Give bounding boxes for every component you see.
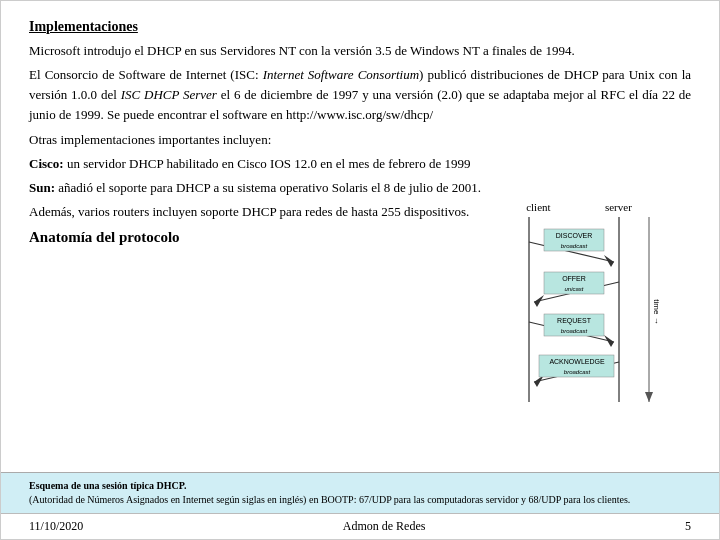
dhcp-diagram-svg: DISCOVER broadcast OFFER unicast REQUEST… [499, 217, 659, 417]
slide-container: Implementaciones Microsoft introdujo el … [0, 0, 720, 540]
svg-marker-3 [604, 255, 614, 267]
footer-center: Admon de Redes [343, 519, 426, 534]
svg-text:time →: time → [652, 299, 659, 324]
footer-note: Esquema de una sesión típica DHCP. (Auto… [29, 479, 691, 507]
svg-text:REQUEST: REQUEST [557, 317, 592, 325]
diagram-area: client server DISCOVER broadcast OFFER u… [499, 201, 659, 417]
p1-text: Microsoft introdujo el DHCP en sus Servi… [29, 43, 575, 58]
server-label: server [605, 201, 632, 213]
paragraph-5: Sun: añadió el soporte para DHCP a su si… [29, 178, 691, 198]
isc-italic: Internet Software Consortium [263, 67, 419, 82]
main-content: Implementaciones Microsoft introdujo el … [1, 1, 719, 472]
svg-text:ACKNOWLEDGE: ACKNOWLEDGE [549, 358, 605, 365]
footer-line1: Esquema de una sesión típica DHCP. [29, 480, 186, 491]
footer-page: 5 [685, 519, 691, 534]
anatomy-title: Anatomía del protocolo [29, 229, 180, 245]
footer-line2: (Autoridad de Números Asignados en Inter… [29, 494, 630, 505]
svg-text:DISCOVER: DISCOVER [556, 232, 593, 239]
slide-footer: 11/10/2020 Admon de Redes 5 [1, 513, 719, 539]
footer-area: Esquema de una sesión típica DHCP. (Auto… [1, 472, 719, 513]
svg-marker-23 [645, 392, 653, 402]
sun-label: Sun: [29, 180, 55, 195]
svg-text:broadcast: broadcast [561, 328, 588, 334]
paragraph-2: El Consorcio de Software de Internet (IS… [29, 65, 691, 125]
p3-text: Otras implementaciones importantes inclu… [29, 132, 271, 147]
section-title: Implementaciones [29, 19, 691, 35]
svg-text:broadcast: broadcast [564, 369, 591, 375]
paragraph-4: Cisco: un servidor DHCP habilitado en Ci… [29, 154, 691, 174]
svg-marker-13 [604, 335, 614, 347]
client-label: client [526, 201, 550, 213]
svg-text:unicast: unicast [564, 286, 583, 292]
isc-server-italic: ISC DHCP Server [121, 87, 217, 102]
cisco-label: Cisco: [29, 156, 64, 171]
paragraph-3: Otras implementaciones importantes inclu… [29, 130, 691, 150]
svg-text:broadcast: broadcast [561, 243, 588, 249]
diagram-labels: client server [499, 201, 659, 213]
paragraph-1: Microsoft introdujo el DHCP en sus Servi… [29, 41, 691, 61]
svg-marker-8 [534, 295, 544, 307]
cisco-text: un servidor DHCP habilitado en Cisco IOS… [67, 156, 471, 171]
sun-text: añadió el soporte para DHCP a su sistema… [58, 180, 481, 195]
footer-date: 11/10/2020 [29, 519, 83, 534]
svg-text:OFFER: OFFER [562, 275, 586, 282]
